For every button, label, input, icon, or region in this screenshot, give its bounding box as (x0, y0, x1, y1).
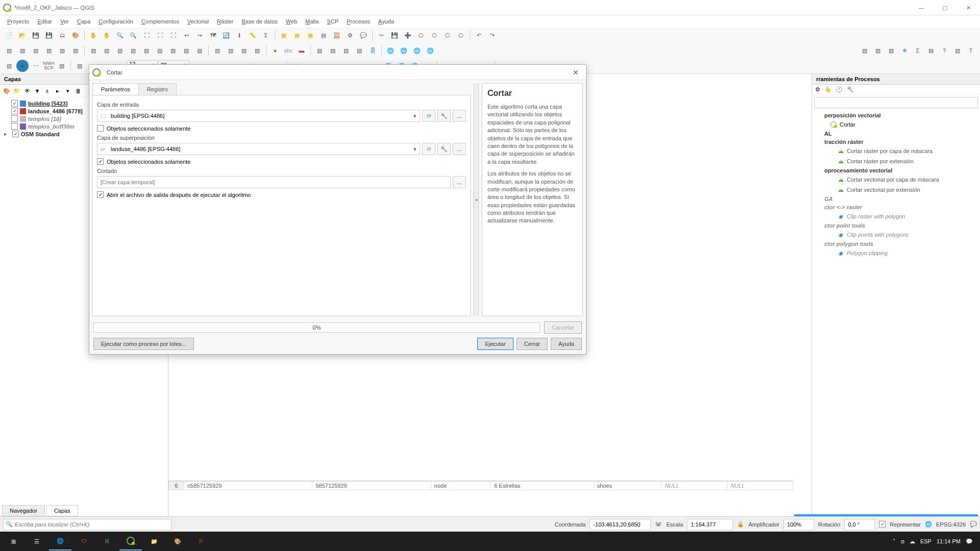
save-as-button[interactable]: 💾 (43, 29, 55, 41)
processing-item[interactable]: ctor point tools (812, 221, 980, 230)
menu-malla[interactable]: Malla (302, 17, 322, 26)
menu-vectorial[interactable]: Vectorial (184, 17, 212, 26)
tool-icon[interactable]: 🌐 (384, 44, 397, 57)
chrome-icon[interactable]: 🌐 (49, 532, 71, 550)
refresh-button[interactable]: 🔄 (220, 29, 232, 41)
add-feature-button[interactable]: ➕ (402, 29, 414, 41)
messages-icon[interactable]: 💬 (970, 521, 977, 528)
task-view-button[interactable]: ☰ (26, 532, 48, 550)
tool-icon[interactable]: abc (282, 44, 295, 57)
layer-visibility-button[interactable]: 👁 (22, 86, 32, 95)
processing-item[interactable]: GA (812, 195, 980, 203)
menu-ráster[interactable]: Ráster (214, 17, 236, 26)
layout-button[interactable]: 🗂 (56, 29, 68, 41)
paint-icon[interactable]: 🎨 (166, 532, 189, 550)
tool-icon[interactable]: ▧ (951, 44, 964, 57)
layer-style-button[interactable]: 🎨 (2, 86, 11, 95)
notifications-icon[interactable]: 💬 (966, 538, 973, 545)
tool-icon[interactable]: ▧ (56, 60, 68, 72)
statistics-button[interactable]: Σ (260, 29, 272, 41)
menu-configuración[interactable]: Configuración (95, 17, 136, 26)
tool-icon[interactable]: ▧ (353, 44, 365, 57)
layer-collapse-button[interactable]: ▾ (63, 86, 72, 95)
select-value-button[interactable]: ▦ (291, 29, 303, 41)
input-layer-combo[interactable]: ⬚building [EPSG:4486] (97, 110, 420, 122)
tool-icon[interactable]: ▬ (296, 44, 308, 57)
tool-icon[interactable]: ▧ (327, 44, 339, 57)
powerpoint-icon[interactable]: P (190, 532, 212, 550)
tool-icon[interactable]: ▧ (43, 44, 55, 57)
cell[interactable]: shoes (594, 482, 662, 490)
layer-name[interactable]: templos [18] (28, 116, 61, 122)
start-button[interactable]: ⊞ (2, 532, 24, 550)
selected-only-input-checkbox[interactable] (97, 125, 104, 132)
dropbox-icon[interactable]: ⧈ (901, 538, 904, 545)
tool-icon[interactable]: ▧ (101, 44, 113, 57)
tool-icon[interactable]: ▧ (251, 44, 263, 57)
zoom-last-button[interactable]: ↩ (180, 29, 192, 41)
menu-capa[interactable]: Capa (74, 17, 93, 26)
menu-web[interactable]: Web (283, 17, 300, 26)
tool-icon[interactable]: ● (16, 60, 29, 72)
processing-item[interactable]: perposición vectorial (812, 111, 980, 119)
tool-icon[interactable]: ▧ (313, 44, 326, 57)
browse-output-button[interactable]: … (453, 176, 466, 188)
processing-item[interactable]: ⛰Cortar ráster por extensión (812, 156, 980, 166)
onedrive-icon[interactable]: ☁ (910, 538, 915, 545)
tool-icon[interactable]: ▧ (885, 44, 897, 57)
menu-base de datos[interactable]: Base de datos (239, 17, 281, 26)
tool-icon[interactable]: Σ (912, 44, 924, 57)
tool-icon[interactable]: ▧ (30, 44, 42, 57)
processing-item[interactable]: ◉Clip raster with polygon (812, 211, 980, 221)
processing-item[interactable]: ◉Polygon clipping (812, 248, 980, 258)
undo-button[interactable]: ↶ (473, 29, 485, 41)
zoom-out-button[interactable]: 🔍 (127, 29, 139, 41)
processing-gear-icon[interactable]: 🔧 (847, 86, 854, 93)
tool-icon[interactable]: ⬡ (415, 29, 427, 41)
close-window-button[interactable]: ✕ (957, 0, 980, 15)
tool-icon[interactable]: ▧ (56, 44, 68, 57)
crs-label[interactable]: EPSG:4326 (936, 521, 966, 528)
tool-icon[interactable]: ▧ (859, 44, 871, 57)
advanced-overlay-button[interactable]: 🔧 (437, 143, 451, 155)
browse-overlay-button[interactable]: … (453, 143, 466, 155)
qgis-taskbar-icon[interactable] (119, 532, 142, 550)
selected-only-overlay-checkbox[interactable] (97, 158, 104, 165)
open-output-checkbox[interactable] (97, 191, 104, 198)
field-calculator-button[interactable]: 🧮 (331, 29, 343, 41)
zoom-in-button[interactable]: 🔍 (114, 29, 126, 41)
open-project-button[interactable]: 📂 (16, 29, 29, 41)
cancel-button[interactable]: Cancelar (544, 321, 582, 334)
collapse-help-handle[interactable]: ◂ (474, 83, 479, 316)
new-map-view-button[interactable]: 🗺 (207, 29, 219, 41)
zoom-full-button[interactable]: ⛶ (140, 29, 153, 41)
processing-item[interactable]: AL (812, 130, 980, 138)
layer-checkbox[interactable] (11, 100, 18, 107)
edit-toggle-button[interactable]: ✏ (375, 29, 387, 41)
extents-icon[interactable]: 🐭 (655, 521, 662, 528)
layer-remove-button[interactable]: 🗑 (74, 86, 83, 95)
tab-log[interactable]: Registro (138, 83, 177, 95)
layer-expand-button[interactable]: ▸ (53, 86, 62, 95)
redo-button[interactable]: ↷ (486, 29, 498, 41)
tool-icon[interactable]: T (965, 44, 977, 57)
help-button[interactable]: Ayuda (551, 338, 582, 350)
processing-item[interactable]: ctor <-> raster (812, 203, 980, 211)
layer-name[interactable]: templos_buff30m (28, 123, 75, 130)
overlay-layer-combo[interactable]: ▱landuse_4486 [EPSG:4486] (97, 143, 420, 155)
rotation-field[interactable]: 0,0 ° (844, 519, 875, 530)
dialog-close-button[interactable]: ✕ (569, 68, 583, 77)
processing-history-icon[interactable]: 🕐 (836, 86, 843, 93)
lock-icon[interactable]: 🔒 (737, 521, 744, 528)
tool-icon[interactable]: ● (269, 44, 281, 57)
tool-icon[interactable]: ⬡ (428, 29, 440, 41)
close-dialog-button[interactable]: Cerrar (517, 338, 548, 350)
identify-button[interactable]: ℹ (233, 29, 246, 41)
menu-scp[interactable]: SCP (324, 17, 342, 26)
processing-recent-icon[interactable]: 👆 (824, 86, 831, 93)
menu-ver[interactable]: Ver (57, 17, 72, 26)
tool-icon[interactable]: ▧ (872, 44, 884, 57)
cell[interactable]: node (431, 482, 491, 490)
tool-icon[interactable]: ▧ (167, 44, 179, 57)
tool-icon[interactable]: ▧ (340, 44, 352, 57)
